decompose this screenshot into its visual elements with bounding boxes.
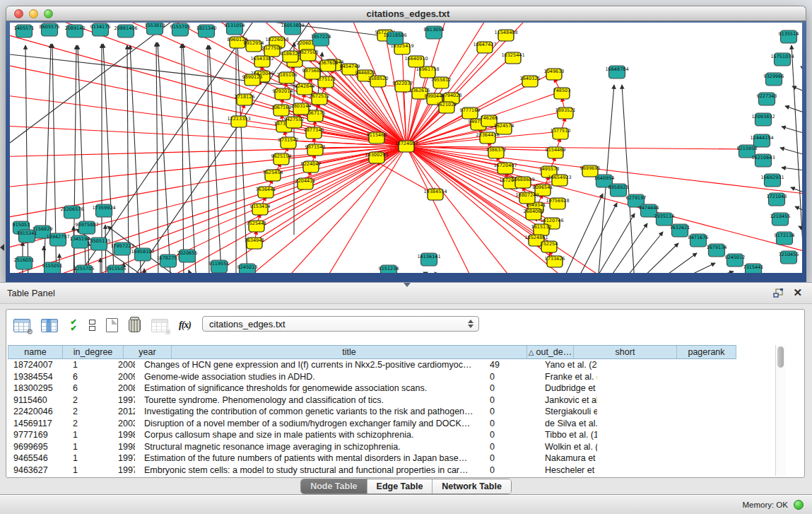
table-row[interactable]: 977716911998Corpus callosum shape and si… <box>8 429 736 441</box>
graph-node[interactable]: 8131054 <box>225 23 245 35</box>
graph-node[interactable]: 9242844 <box>295 83 315 95</box>
graph-node[interactable]: 15751074 <box>770 53 794 66</box>
network-graph[interactable]: 1872400722060381420043218510692920143067… <box>10 23 802 273</box>
graph-edge[interactable] <box>406 272 428 273</box>
graph-edge[interactable] <box>693 271 734 273</box>
minimize-button[interactable] <box>29 9 38 18</box>
graph-node[interactable]: 2718126 <box>235 94 255 105</box>
network-canvas[interactable]: 1872400722060381420043218510692920143067… <box>10 23 802 273</box>
graph-node[interactable]: 9245012 <box>725 254 746 267</box>
table-row[interactable]: 2242004622012Investigating the contribut… <box>8 406 736 418</box>
graph-edge[interactable] <box>435 272 445 273</box>
graph-node[interactable]: 13942757 <box>46 233 69 246</box>
graph-node[interactable]: 15720407 <box>493 163 517 174</box>
graph-edge[interactable] <box>674 263 715 273</box>
graph-node[interactable]: 1679134 <box>707 244 727 257</box>
graph-node[interactable]: 9827508 <box>298 49 319 61</box>
graph-node[interactable]: 15692931 <box>760 174 784 187</box>
graph-node[interactable]: 16210643 <box>751 154 775 167</box>
graph-edge[interactable] <box>656 253 697 273</box>
zoom-button[interactable] <box>44 9 53 18</box>
graph-node[interactable]: 20891406 <box>114 25 137 37</box>
memory-status-indicator[interactable] <box>794 500 804 510</box>
show-column-icon[interactable] <box>41 319 58 332</box>
graph-node[interactable]: 9154469 <box>546 147 566 158</box>
table-row[interactable]: 1938455462009Genome-wide association stu… <box>8 371 736 383</box>
graph-node[interactable]: 7625454 <box>263 170 283 181</box>
graph-node[interactable]: 7636441 <box>256 187 276 198</box>
graph-edge[interactable] <box>402 47 406 146</box>
vertical-scrollbar[interactable] <box>775 345 786 476</box>
graph-node[interactable]: 12213353 <box>227 116 250 127</box>
graph-edge[interactable] <box>606 223 647 273</box>
graph-node[interactable]: 9127503 <box>262 45 283 57</box>
graph-node[interactable]: 1721043 <box>767 193 787 206</box>
graph-node[interactable]: 1049633 <box>544 69 565 80</box>
column-header-title[interactable]: title <box>172 346 527 358</box>
graph-node[interactable]: 7210455 <box>779 251 799 264</box>
graph-node[interactable]: 2020655 <box>177 250 198 262</box>
column-header-name[interactable]: name <box>8 346 63 358</box>
tab-network-table[interactable]: Network Table <box>433 479 511 493</box>
graph-node[interactable]: 23364436 <box>476 132 499 144</box>
graph-edge[interactable] <box>321 146 406 273</box>
graph-node[interactable]: 1615132 <box>531 224 552 235</box>
graph-node[interactable]: 16958107 <box>131 248 154 261</box>
close-panel-icon[interactable]: ✕ <box>793 286 802 299</box>
float-panel-icon[interactable] <box>773 288 784 298</box>
table-select-dropdown[interactable]: citations_edges.txt <box>202 316 479 332</box>
graph-node[interactable]: 9227343 <box>757 93 777 105</box>
graph-node[interactable]: 9427552 <box>284 117 305 128</box>
graph-node[interactable]: 9155705 <box>170 23 191 36</box>
graph-node[interactable]: 16961758 <box>416 66 439 78</box>
graph-node[interactable]: 93975887 <box>75 221 98 234</box>
scrollbar-thumb[interactable] <box>777 346 784 368</box>
graph-node[interactable]: 1893521 <box>555 107 576 119</box>
graph-edge[interactable] <box>127 45 129 273</box>
window-titlebar[interactable]: citations_edges.txt <box>6 6 806 21</box>
function-icon[interactable]: f(x) <box>179 320 191 331</box>
table-row[interactable]: 1830029562008Estimation of significance … <box>8 382 736 395</box>
graph-node[interactable]: 8224047 <box>301 161 322 173</box>
delete-table-disabled-icon[interactable] <box>151 319 168 332</box>
graph-node[interactable]: 3915341 <box>17 230 37 243</box>
graph-node[interactable]: 7955812 <box>431 77 452 88</box>
graph-node[interactable]: 1877343 <box>304 127 324 139</box>
graph-edge[interactable] <box>637 243 678 273</box>
table-row[interactable]: 1456911722003Disruption of a novel membe… <box>8 418 736 430</box>
graph-node[interactable]: 9151234 <box>379 265 399 273</box>
graph-node[interactable]: 9172134 <box>775 232 795 245</box>
graph-node[interactable]: 1621022 <box>437 102 457 113</box>
graph-node[interactable]: 1377510 <box>551 128 571 139</box>
table-mode-icon[interactable] <box>13 319 30 332</box>
table-row[interactable]: 1872400712008Changes of HCN gene express… <box>8 359 736 371</box>
graph-node[interactable]: 2204411 <box>295 178 316 189</box>
column-header-pagerank[interactable]: pagerank <box>677 346 736 358</box>
graph-edge[interactable] <box>562 194 603 273</box>
graph-edge[interactable] <box>189 270 194 273</box>
graph-node[interactable]: 1733426 <box>545 256 565 267</box>
graph-node[interactable]: 1210455 <box>770 213 791 226</box>
graph-node[interactable]: 9153414 <box>250 204 271 215</box>
graph-node[interactable]: 2516051 <box>14 257 35 269</box>
graph-edge[interactable] <box>780 148 802 160</box>
graph-node[interactable]: 2803144 <box>291 103 312 115</box>
graph-node[interactable]: 10647427 <box>473 42 496 53</box>
graph-node[interactable]: 16648784 <box>605 66 628 78</box>
graph-node[interactable]: 9292014 <box>273 88 293 100</box>
graph-node[interactable]: 2672512 <box>310 93 330 105</box>
graph-node[interactable]: 16640910 <box>404 56 428 67</box>
graph-edge[interactable] <box>182 44 184 273</box>
graph-node[interactable]: 19384554 <box>423 189 447 200</box>
table-row[interactable]: 946554611997Estimation of the future num… <box>8 452 736 465</box>
graph-edge[interactable] <box>801 66 802 79</box>
graph-node[interactable]: 16543382 <box>250 56 273 67</box>
graph-node[interactable]: 10325441 <box>501 52 524 64</box>
graph-node[interactable]: 1588520 <box>368 76 389 87</box>
column-header-indegree[interactable]: in_degree <box>63 346 124 358</box>
graph-node[interactable]: 1553813 <box>145 23 165 35</box>
graph-edge[interactable] <box>622 232 663 273</box>
graph-node[interactable]: 9134175 <box>90 23 111 36</box>
graph-node[interactable]: 1640325 <box>520 76 541 87</box>
graph-node[interactable]: 9135514 <box>779 30 799 43</box>
